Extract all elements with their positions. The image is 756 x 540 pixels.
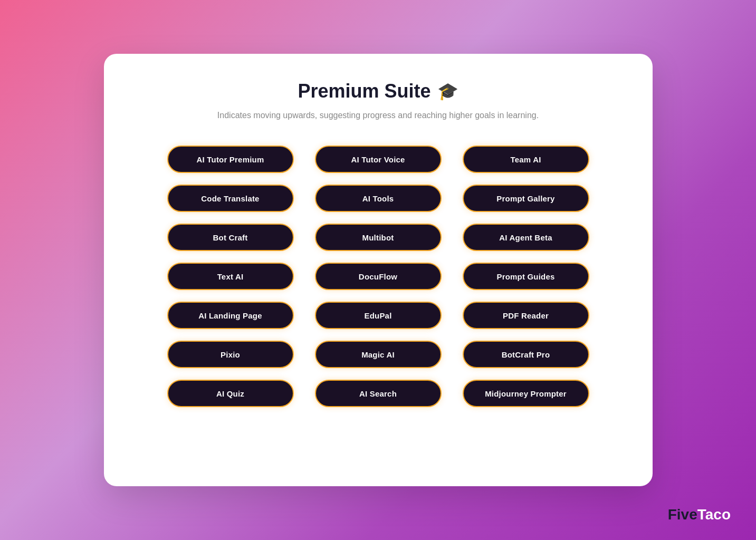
button-team-ai[interactable]: Team AI — [463, 146, 589, 173]
button-pixio[interactable]: Pixio — [167, 341, 294, 368]
button-ai-agent-beta[interactable]: AI Agent Beta — [463, 224, 589, 251]
brand-five: Five — [668, 506, 697, 523]
button-text-ai[interactable]: Text AI — [167, 263, 294, 290]
button-ai-tutor-premium[interactable]: AI Tutor Premium — [167, 146, 294, 173]
button-ai-landing-page[interactable]: AI Landing Page — [167, 302, 294, 329]
page-subtitle: Indicates moving upwards, suggesting pro… — [217, 111, 539, 120]
button-ai-tutor-voice[interactable]: AI Tutor Voice — [315, 146, 442, 173]
main-card: Premium Suite 🎓 Indicates moving upwards… — [104, 54, 653, 486]
button-midjourney-prompter[interactable]: Midjourney Prompter — [463, 380, 589, 407]
button-ai-tools[interactable]: AI Tools — [315, 185, 442, 212]
title-text: Premium Suite — [298, 80, 430, 102]
button-multibot[interactable]: Multibot — [315, 224, 442, 251]
graduation-icon: 🎓 — [437, 81, 458, 101]
button-ai-search[interactable]: AI Search — [315, 380, 442, 407]
button-prompt-guides[interactable]: Prompt Guides — [463, 263, 589, 290]
button-botcraft-pro[interactable]: BotCraft Pro — [463, 341, 589, 368]
button-magic-ai[interactable]: Magic AI — [315, 341, 442, 368]
button-prompt-gallery[interactable]: Prompt Gallery — [463, 185, 589, 212]
button-grid: AI Tutor PremiumAI Tutor VoiceTeam AICod… — [167, 146, 589, 407]
brand-taco: Taco — [697, 506, 731, 523]
button-edupal[interactable]: EduPal — [315, 302, 442, 329]
page-title: Premium Suite 🎓 — [298, 80, 458, 102]
button-docuflow[interactable]: DocuFlow — [315, 263, 442, 290]
button-code-translate[interactable]: Code Translate — [167, 185, 294, 212]
button-pdf-reader[interactable]: PDF Reader — [463, 302, 589, 329]
brand-logo: FiveTaco — [668, 506, 731, 523]
button-ai-quiz[interactable]: AI Quiz — [167, 380, 294, 407]
button-bot-craft[interactable]: Bot Craft — [167, 224, 294, 251]
